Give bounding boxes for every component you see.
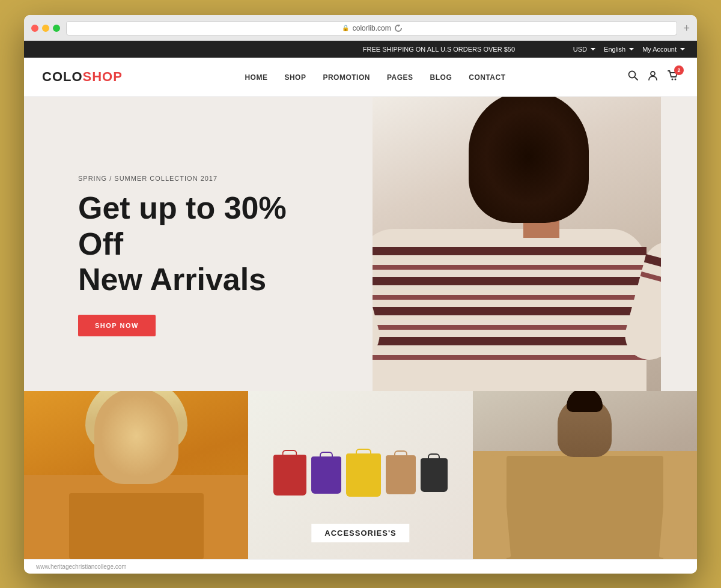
nav-item-shop[interactable]: SHOP xyxy=(284,71,306,82)
browser-window: 🔒 colorlib.com + FREE SHIPPING ON ALL U.… xyxy=(24,15,697,574)
maximize-button[interactable] xyxy=(53,25,60,32)
nav-link-contact[interactable]: CONTACT xyxy=(469,73,505,82)
nav-link-home[interactable]: HOME xyxy=(245,73,267,82)
hero-subtitle: SPRING / SUMMER COLLECTION 2017 xyxy=(78,175,330,182)
close-button[interactable] xyxy=(31,25,38,32)
nav-item-pages[interactable]: PAGES xyxy=(387,71,413,82)
category-mens[interactable]: MEN'S xyxy=(473,391,697,559)
language-label: English xyxy=(604,46,625,53)
footer-bar: www.heritagechristiancollege.com xyxy=(24,559,697,574)
currency-dropdown[interactable]: USD xyxy=(573,46,595,53)
address-bar[interactable]: 🔒 colorlib.com xyxy=(66,21,677,35)
svg-point-4 xyxy=(674,79,676,80)
minimize-button[interactable] xyxy=(42,25,49,32)
nav-icons: 2 xyxy=(628,70,679,83)
account-button[interactable] xyxy=(648,70,658,83)
category-womens[interactable]: WOMEN'S xyxy=(24,391,248,559)
svg-point-3 xyxy=(671,79,673,80)
browser-chrome: 🔒 colorlib.com + xyxy=(24,15,697,41)
chevron-down-icon xyxy=(629,48,634,50)
traffic-lights xyxy=(31,25,60,32)
account-dropdown[interactable]: My Account xyxy=(642,46,685,53)
search-icon xyxy=(628,70,638,80)
logo[interactable]: COLOSHOP xyxy=(42,69,123,85)
url-text: colorlib.com xyxy=(353,24,391,32)
category-accessories[interactable]: ACCESSORIES'S xyxy=(248,391,472,559)
mens-bg xyxy=(473,391,697,559)
chevron-down-icon xyxy=(680,48,685,50)
nav-item-home[interactable]: HOME xyxy=(245,71,267,82)
nav-item-blog[interactable]: BLOG xyxy=(430,71,452,82)
chevron-down-icon xyxy=(591,48,595,50)
nav-item-promotion[interactable]: PROMOTION xyxy=(323,71,370,82)
nav-link-blog[interactable]: BLOG xyxy=(430,73,452,82)
nav-links: HOME SHOP PROMOTION PAGES BLOG CONTACT xyxy=(245,71,505,82)
language-dropdown[interactable]: English xyxy=(604,46,634,53)
nav-link-shop[interactable]: SHOP xyxy=(284,73,306,82)
cart-button[interactable]: 2 xyxy=(668,70,679,83)
cart-count: 2 xyxy=(674,65,684,75)
main-nav: COLOSHOP HOME SHOP PROMOTION PAGES BLOG … xyxy=(24,58,697,97)
svg-point-2 xyxy=(651,71,655,76)
hero-title-line2: New Arrivals xyxy=(78,262,266,297)
lock-icon: 🔒 xyxy=(342,25,349,31)
accessories-label: ACCESSORIES'S xyxy=(311,524,409,542)
category-section: WOMEN'S xyxy=(24,391,697,559)
hero-section: SPRING / SUMMER COLLECTION 2017 Get up t… xyxy=(24,97,697,391)
nav-link-promotion[interactable]: PROMOTION xyxy=(323,73,370,82)
hero-model-figure xyxy=(373,97,661,391)
nav-item-contact[interactable]: CONTACT xyxy=(469,71,505,82)
user-icon xyxy=(648,70,658,80)
currency-label: USD xyxy=(573,46,587,53)
account-label: My Account xyxy=(642,46,677,53)
hero-title-line1: Get up to 30% Off xyxy=(78,190,287,261)
hero-content: SPRING / SUMMER COLLECTION 2017 Get up t… xyxy=(24,151,330,336)
hero-title: Get up to 30% Off New Arrivals xyxy=(78,190,330,298)
search-button[interactable] xyxy=(628,70,638,83)
nav-link-pages[interactable]: PAGES xyxy=(387,73,413,82)
footer-url: www.heritagechristiancollege.com xyxy=(36,563,127,570)
logo-colo: COLO xyxy=(42,69,83,84)
announcement-actions: USD English My Account xyxy=(573,46,685,53)
hero-cta-button[interactable]: SHOP NOW xyxy=(78,315,156,336)
announcement-text: FREE SHIPPING ON ALL U.S ORDERS OVER $50 xyxy=(305,46,573,53)
svg-line-1 xyxy=(634,77,637,80)
refresh-icon[interactable] xyxy=(395,25,402,32)
new-tab-button[interactable]: + xyxy=(683,23,690,34)
logo-shop: SHOP xyxy=(83,69,123,84)
womens-bg xyxy=(24,391,248,559)
announcement-bar: FREE SHIPPING ON ALL U.S ORDERS OVER $50… xyxy=(24,41,697,58)
